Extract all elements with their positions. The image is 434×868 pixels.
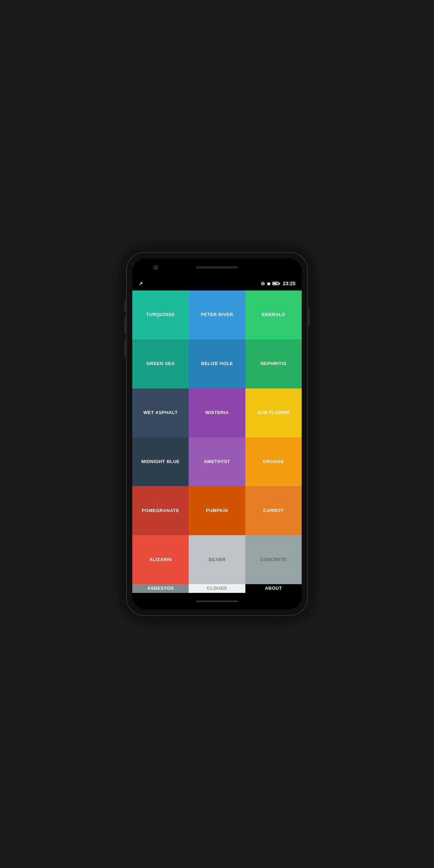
battery-icon [272, 282, 280, 285]
color-label: ABOUT [264, 584, 284, 593]
signal-icon: ◼ [267, 281, 270, 286]
color-cell-wet-asphalt[interactable]: WET ASPHALT [132, 388, 189, 438]
color-label: MIDNIGHT BLUE [140, 457, 181, 466]
color-cell-green-sea[interactable]: GREEN SEA [132, 340, 189, 388]
phone-screen: ↗ ⊖ ◼ 23:25 TURQUOISEPETER RIVEREMERALDG… [132, 258, 302, 610]
do-not-disturb-icon: ⊖ [261, 281, 265, 286]
color-cell-about[interactable]: ABOUT [245, 584, 302, 593]
power-button[interactable] [308, 308, 310, 326]
color-cell-wisteria[interactable]: WISTERIA [189, 388, 245, 438]
color-cell-orange[interactable]: ORANGE [245, 438, 302, 486]
color-label: PETER RIVER [200, 310, 234, 319]
color-cell-alizarin[interactable]: ALIZARIN [132, 535, 189, 584]
color-label: PUMPKIN [204, 506, 229, 515]
mute-button[interactable] [124, 301, 126, 312]
volume-up-button[interactable] [124, 317, 126, 334]
status-left: ↗ [139, 281, 143, 286]
phone-top-notch [132, 258, 302, 276]
notification-icon: ↗ [139, 281, 143, 286]
color-label: GREEN SEA [145, 359, 176, 368]
color-cell-midnight-blue[interactable]: MIDNIGHT BLUE [132, 438, 189, 486]
phone-bottom-bar [132, 593, 302, 610]
color-label: WET ASPHALT [142, 408, 179, 417]
camera-icon [153, 265, 158, 270]
color-cell-pumpkin[interactable]: PUMPKIN [189, 486, 245, 535]
color-label: TURQUOISE [145, 310, 176, 319]
color-cell-carrot[interactable]: CARROT [245, 486, 302, 535]
bottom-bar-indicator [196, 601, 238, 602]
color-cell-peter-river[interactable]: PETER RIVER [189, 290, 245, 340]
color-cell-belize-hole[interactable]: BELIZE HOLE [189, 340, 245, 388]
color-cell-emerald[interactable]: EMERALD [245, 290, 302, 340]
color-cell-nephritis[interactable]: NEPHRITIS [245, 340, 302, 388]
color-label: SILVER [207, 555, 227, 564]
volume-down-button[interactable] [124, 340, 126, 357]
color-label: ASBESTOS [146, 584, 175, 593]
color-cell-silver[interactable]: SILVER [189, 535, 245, 584]
phone-frame: ↗ ⊖ ◼ 23:25 TURQUOISEPETER RIVEREMERALDG… [126, 252, 308, 616]
speaker-grille [196, 266, 238, 269]
color-label: ALIZARIN [148, 555, 173, 564]
color-cell-sun-flower[interactable]: SUN FLOWER [245, 388, 302, 438]
color-cell-turquoise[interactable]: TURQUOISE [132, 290, 189, 340]
color-cell-amethyst[interactable]: AMETHYST [189, 438, 245, 486]
color-grid: TURQUOISEPETER RIVEREMERALDGREEN SEABELI… [132, 290, 302, 593]
color-label: CARROT [262, 506, 285, 515]
color-label: ORANGE [261, 457, 285, 466]
color-cell-asbestos[interactable]: ASBESTOS [132, 584, 189, 593]
color-label: EMERALD [260, 310, 287, 319]
color-cell-pomegranate[interactable]: POMEGRANATE [132, 486, 189, 535]
color-label: SUN FLOWER [256, 408, 291, 417]
time-display: 23:25 [283, 281, 295, 286]
color-cell-concrete[interactable]: CONCRETE [245, 535, 302, 584]
color-label: WISTERIA [204, 408, 230, 417]
color-label: CONCRETE [259, 555, 288, 564]
color-label: BELIZE HOLE [200, 359, 234, 368]
status-bar: ↗ ⊖ ◼ 23:25 [132, 276, 302, 290]
color-label: NEPHRITIS [259, 359, 288, 368]
status-right: ⊖ ◼ 23:25 [261, 281, 295, 286]
color-cell-clouds[interactable]: CLOUDS [189, 584, 245, 593]
color-label: CLOUDS [205, 584, 229, 593]
color-label: AMETHYST [202, 457, 232, 466]
color-label: POMEGRANATE [140, 506, 181, 515]
